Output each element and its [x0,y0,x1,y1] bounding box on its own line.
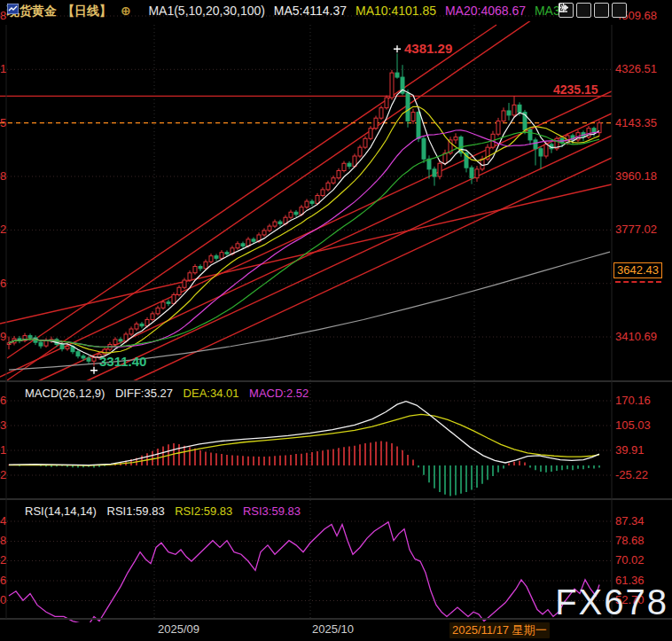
y-axis-label: 39.91 [615,443,645,457]
y-axis-label: 78.68 [615,534,645,548]
ma5-value: MA5:4114.37 [274,4,347,18]
macd-diff-value: DIFF:35.27 [115,387,173,400]
y-axis-label-left: 6 [0,394,7,408]
y-axis-label-left: 2 [0,553,7,567]
y-axis-label: 87.34 [615,514,645,528]
fx678-watermark: FX678 [555,582,668,622]
macd-header: MACD(26,12,9) DIFF:35.27 DEA:34.01 MACD:… [25,387,316,400]
gold-daily-chart-app: 4509.684326.514143.353960.183777.023410.… [0,0,672,641]
ma20-value: MA20:4068.67 [445,4,526,18]
rsi2-value: RSI2:59.83 [175,504,232,518]
rsi-header: RSI(14,14,14) RSI1:59.83 RSI2:59.83 RSI3… [25,504,308,518]
y-axis-label-left: 6 [0,574,7,588]
rsi3-value: RSI3:59.83 [243,504,301,518]
y-axis-label-left: 8 [0,9,7,23]
rsi1-value: RSI1:59.83 [107,504,165,518]
add-indicator-icon[interactable]: ⊕ [121,4,131,18]
y-axis-label-left: 4 [0,514,7,528]
macd-dea-value: DEA:34.01 [184,387,239,400]
top-bar: 现货黄金【日线】 ⊕ MA1(5,10,20,30,100) MA5:4114.… [7,4,575,20]
y-axis-label-left: 2 [0,223,7,237]
y-axis-label-left: 1 [0,443,7,457]
rsi-name: RSI(14,14,14) [25,504,97,518]
y-axis-label-left: 1 [0,62,7,76]
exit-fullscreen-icon[interactable] [612,3,627,18]
y-axis-label-left: 5 [0,116,7,130]
y-axis-label: 4143.35 [615,116,657,130]
ma10-value: MA10:4101.85 [356,4,436,18]
y-axis-label: -25.22 [615,468,648,482]
y-axis-label-left: 9 [0,330,7,344]
period-label: 【日线】 [62,4,112,18]
y-axis-label: 170.16 [615,394,651,408]
ma-settings-label: MA1(5,10,20,30,100) [148,4,265,18]
y-axis-label-left: 8 [0,534,7,548]
resistance-price-label: 4235.15 [553,82,598,97]
y-axis-label-left: 3 [0,418,7,433]
y-axis-label-left: 2 [0,468,7,482]
x-axis-label-sep: 2025/09 [158,622,199,636]
y-axis-label-left: 6 [0,277,7,291]
macd-name: MACD(26,12,9) [25,387,105,400]
chart-toolbar [559,3,627,18]
low-price-label: 3311.40 [99,354,146,369]
zoom-out-chart-icon[interactable] [594,3,609,18]
y-axis-label-left: 8 [0,169,7,184]
y-axis-label: 3410.69 [615,330,657,344]
y-axis-label-left: 0 [0,593,7,607]
zoom-in-chart-icon[interactable] [576,3,591,18]
x-axis-label-oct: 2025/10 [312,622,354,636]
alert-dash-line [615,281,661,283]
y-axis-label: 105.03 [615,418,651,433]
y-axis-label: 3777.02 [615,223,657,237]
y-axis-label: 4326.51 [615,62,657,76]
alert-price-box[interactable]: 3642.43 [613,262,662,278]
peak-price-label: 4381.29 [404,41,452,56]
y-axis-label: 70.02 [615,553,645,567]
x-axis-label-current-date: 2025/11/17 星期一 [449,622,550,638]
y-axis-label: 3960.18 [615,169,657,184]
macd-macd-value: MACD:2.52 [249,387,309,400]
